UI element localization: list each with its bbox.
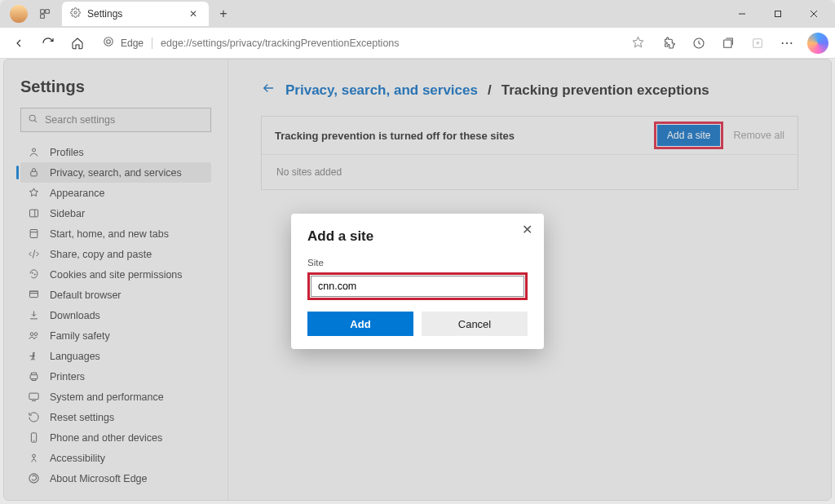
site-field-highlight <box>307 272 528 300</box>
dialog-add-button[interactable]: Add <box>307 312 413 336</box>
site-url-input[interactable] <box>311 276 524 297</box>
dialog-close-icon[interactable]: ✕ <box>518 220 536 238</box>
site-field-label: Site <box>307 258 528 267</box>
dialog-cancel-button[interactable]: Cancel <box>422 312 528 336</box>
dialog-overlay: ✕ Add a site Site Add Cancel <box>0 0 835 504</box>
add-site-dialog: ✕ Add a site Site Add Cancel <box>291 214 544 349</box>
dialog-title: Add a site <box>307 228 528 245</box>
